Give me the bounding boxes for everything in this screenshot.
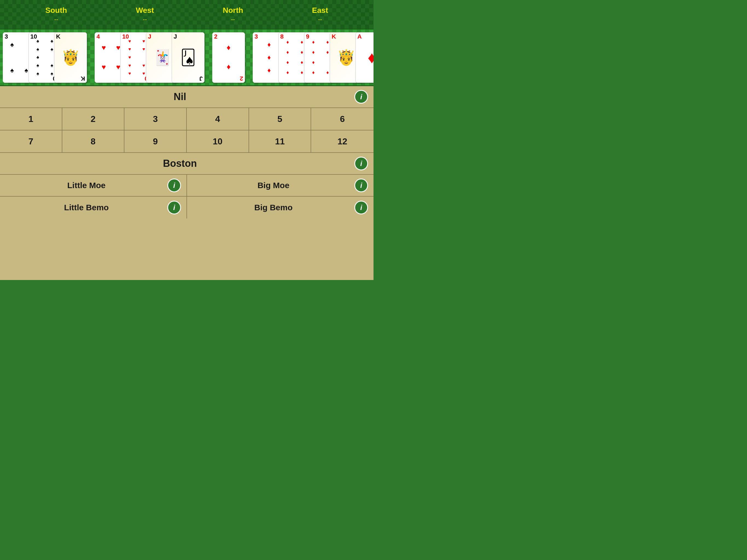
- player-north: North --: [223, 6, 243, 23]
- numbers-grid-row1: 1 2 3 4 5 6: [0, 108, 374, 130]
- boston-row[interactable]: Boston i: [0, 153, 374, 175]
- south-score: --: [54, 16, 58, 23]
- west-label: West: [136, 6, 154, 15]
- nil-info-button[interactable]: i: [354, 90, 368, 104]
- nil-label: Nil: [5, 91, 354, 103]
- number-12[interactable]: 12: [311, 130, 374, 152]
- numbers-grid-row2: 7 8 9 10 11 12: [0, 130, 374, 153]
- card-2-diamonds[interactable]: 2 ♦ ♦ 2: [212, 32, 245, 83]
- nil-row[interactable]: Nil i: [0, 86, 374, 108]
- number-1[interactable]: 1: [0, 108, 62, 130]
- header: South -- West -- North -- East --: [0, 0, 374, 29]
- number-8[interactable]: 8: [62, 130, 125, 152]
- big-moe-info-button[interactable]: i: [354, 179, 368, 192]
- number-6[interactable]: 6: [311, 108, 374, 130]
- south-label: South: [45, 6, 67, 15]
- number-7[interactable]: 7: [0, 130, 62, 152]
- north-score: --: [231, 16, 235, 23]
- number-4[interactable]: 4: [187, 108, 249, 130]
- big-bemo-button[interactable]: Big Bemo i: [187, 197, 374, 219]
- boston-label: Boston: [5, 158, 354, 169]
- little-bemo-button[interactable]: Little Bemo i: [0, 197, 187, 219]
- number-9[interactable]: 9: [124, 130, 187, 152]
- card-king-spades[interactable]: K 🤴 K: [54, 32, 87, 83]
- cards-area: 3 ♠ ♠♠ 3 10 ♠♠ ♠♠ ♠ ♠♠ ♠♠ 10 K 🤴: [0, 29, 374, 86]
- west-score: --: [143, 16, 147, 23]
- number-3[interactable]: 3: [124, 108, 187, 130]
- big-bemo-info-button[interactable]: i: [354, 201, 368, 214]
- player-west: West --: [136, 6, 154, 23]
- little-moe-button[interactable]: Little Moe i: [0, 175, 187, 196]
- little-bemo-info-button[interactable]: i: [168, 201, 181, 214]
- menu-area: Nil i 1 2 3 4 5 6 7 8 9 10 11 12 Boston: [0, 86, 374, 280]
- moe-row: Little Moe i Big Moe i: [0, 175, 374, 197]
- east-label: East: [312, 6, 328, 15]
- big-moe-button[interactable]: Big Moe i: [187, 175, 374, 196]
- player-south: South --: [45, 6, 67, 23]
- little-moe-info-button[interactable]: i: [168, 179, 181, 192]
- boston-info-button[interactable]: i: [354, 157, 368, 170]
- north-label: North: [223, 6, 243, 15]
- number-5[interactable]: 5: [249, 108, 311, 130]
- number-10[interactable]: 10: [187, 130, 249, 152]
- bemo-row: Little Bemo i Big Bemo i: [0, 197, 374, 219]
- number-11[interactable]: 11: [249, 130, 311, 152]
- card-jack-clubs[interactable]: J 🂫 J: [172, 32, 205, 83]
- number-2[interactable]: 2: [62, 108, 125, 130]
- card-ace-diamonds[interactable]: A ♦ A: [356, 32, 374, 83]
- east-score: --: [318, 16, 322, 23]
- player-east: East --: [312, 6, 328, 23]
